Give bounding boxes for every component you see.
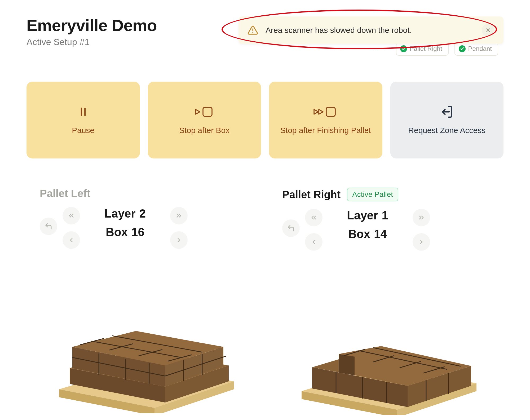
title-block: Emeryville Demo Active Setup #1 <box>26 16 157 47</box>
chevrons-right-icon <box>418 214 425 221</box>
close-icon <box>485 27 491 33</box>
layer-next-button[interactable] <box>170 207 188 224</box>
notification-text: Area scanner has slowed down the robot. <box>266 26 474 35</box>
play-stop-icon <box>194 105 215 119</box>
chevrons-right-icon <box>175 212 183 219</box>
check-circle-icon <box>459 45 466 52</box>
svg-marker-9 <box>319 109 323 114</box>
page-subtitle: Active Setup #1 <box>26 37 157 47</box>
active-pallet-badge: Active Pallet <box>347 188 398 201</box>
action-label: Stop after Box <box>179 125 229 135</box>
undo-icon <box>45 222 52 230</box>
pallet-right-3d-view <box>269 267 504 415</box>
box-next-button[interactable] <box>413 233 430 251</box>
action-cards: Pause Stop after Box Stop after Finishin… <box>26 82 504 158</box>
pause-icon <box>78 105 89 119</box>
status-pills: Pallet Right Pendant <box>238 42 504 56</box>
box-prev-button[interactable] <box>305 233 323 251</box>
page-title: Emeryville Demo <box>26 16 157 35</box>
action-label: Stop after Finishing Pallet <box>280 125 371 135</box>
layer-prev-button[interactable] <box>63 207 80 224</box>
layer-label: Layer <box>104 207 135 220</box>
svg-marker-8 <box>314 109 318 114</box>
enter-door-icon <box>440 105 454 119</box>
warning-triangle-icon <box>248 23 258 37</box>
pallet-left-title: Pallet Left <box>40 188 90 200</box>
action-label: Pause <box>72 125 94 135</box>
chevron-right-icon <box>418 238 425 245</box>
pallet-right-title: Pallet Right <box>282 189 341 201</box>
svg-marker-6 <box>196 109 200 114</box>
undo-button[interactable] <box>282 219 300 237</box>
box-label: Box <box>348 227 370 241</box>
pallet-left-3d-view <box>26 265 261 413</box>
box-next-button[interactable] <box>170 231 188 249</box>
notification-banner: Area scanner has slowed down the robot. <box>238 16 504 44</box>
layer-label: Layer <box>347 209 378 222</box>
request-zone-access-button[interactable]: Request Zone Access <box>390 82 504 158</box>
status-pill-pallet-right: Pallet Right <box>396 42 449 56</box>
layer-value: 2 <box>139 207 145 220</box>
box-label: Box <box>106 226 128 239</box>
fastforward-stop-icon <box>313 105 338 119</box>
status-pill-pendant: Pendant <box>454 42 498 56</box>
status-label: Pallet Right <box>410 45 442 52</box>
pallet-right-panel: Pallet Right Active Pallet La <box>269 188 504 415</box>
chevron-left-icon <box>310 238 317 245</box>
svg-marker-41 <box>339 354 355 375</box>
check-circle-icon <box>400 45 407 52</box>
layer-next-button[interactable] <box>413 209 430 226</box>
layer-prev-button[interactable] <box>305 209 323 226</box>
stop-after-pallet-button[interactable]: Stop after Finishing Pallet <box>269 82 382 158</box>
chevrons-left-icon <box>68 212 75 219</box>
chevrons-left-icon <box>310 214 317 221</box>
action-label: Request Zone Access <box>408 125 485 135</box>
svg-rect-10 <box>326 107 335 116</box>
svg-rect-7 <box>203 107 212 116</box>
pallet-left-panel: Pallet Left Layer 2 <box>26 188 261 415</box>
layer-value: 1 <box>382 209 388 222</box>
notification-close-button[interactable] <box>482 24 494 37</box>
stop-after-box-button[interactable]: Stop after Box <box>148 82 261 158</box>
undo-icon <box>287 224 295 232</box>
box-prev-button[interactable] <box>63 231 80 249</box>
chevron-left-icon <box>68 237 75 244</box>
box-value: 16 <box>131 226 144 239</box>
undo-button[interactable] <box>40 218 57 235</box>
pause-button[interactable]: Pause <box>26 82 140 158</box>
box-value: 14 <box>374 227 387 241</box>
status-label: Pendant <box>468 45 492 52</box>
chevron-right-icon <box>175 237 182 244</box>
